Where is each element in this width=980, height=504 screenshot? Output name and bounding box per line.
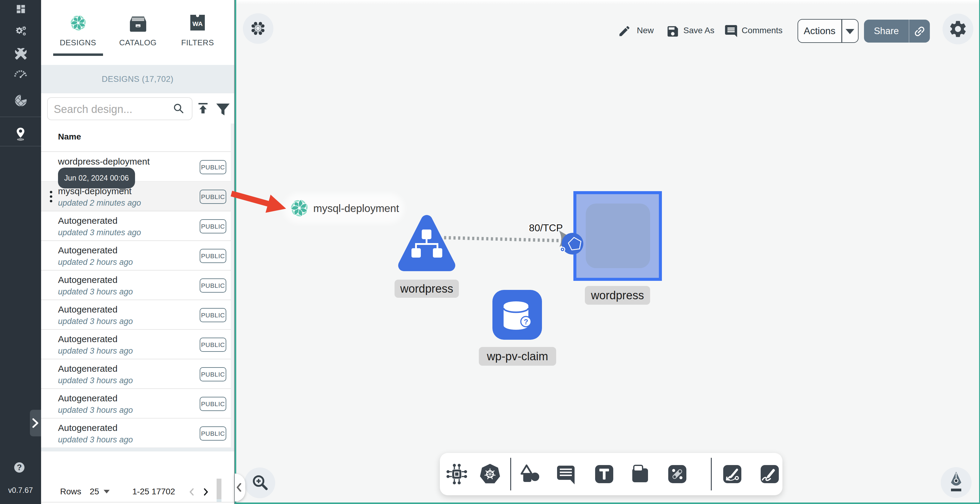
svg-text:WA: WA: [192, 20, 203, 27]
svg-text:?: ?: [524, 318, 528, 326]
